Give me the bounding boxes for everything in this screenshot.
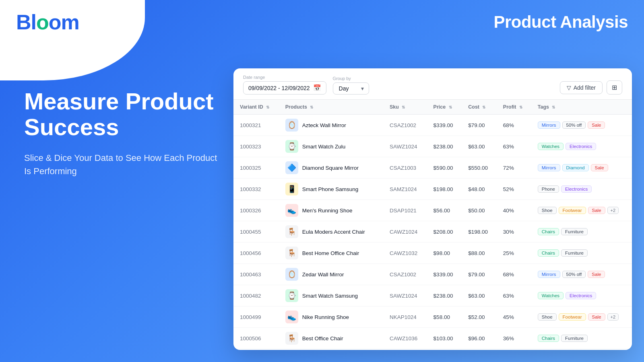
products-table: Variant ID ⇅ Products ⇅ Sku ⇅ Price ⇅ Co… <box>233 100 632 350</box>
product-thumbnail: ⌚ <box>285 140 298 153</box>
cell-sku: NKAP1024 <box>383 306 427 328</box>
logo: Bloom <box>16 12 79 33</box>
product-thumbnail: 🪞 <box>285 268 298 281</box>
toolbar: Date range 09/09/2022 - 12/09/2022 📅 Gro… <box>233 68 632 100</box>
product-name: Eula Moders Accent Chair <box>302 229 365 235</box>
tag: Diamond <box>562 164 589 171</box>
toolbar-right: ▽ Add filter ⊞ <box>560 80 622 95</box>
product-thumbnail: 🔷 <box>285 161 298 174</box>
hero-headline: Measure Product Success <box>24 88 217 140</box>
table-row: 1000506 🪑 Best Office Chair CAWZ1036$103… <box>233 328 632 349</box>
cell-variant-id: 1000326 <box>233 200 279 221</box>
tag: Watches <box>538 292 564 299</box>
tag: Chairs <box>538 249 559 257</box>
cell-profit: 40% <box>497 200 531 221</box>
tag: Mirrors <box>538 121 560 129</box>
calendar-icon: 📅 <box>313 84 321 92</box>
tag: Sale <box>591 164 608 171</box>
cell-sku: CSAZ1003 <box>383 157 427 179</box>
columns-button[interactable]: ⊞ <box>607 80 622 95</box>
cell-tags: MirrorsDiamondSale <box>531 157 632 179</box>
tag-more[interactable]: +2 <box>607 313 619 321</box>
col-profit[interactable]: Profit ⇅ <box>497 100 531 115</box>
tag-more[interactable]: +2 <box>607 207 619 214</box>
table-row: 1000332 📱 Smart Phone Samsung SAMZ1024$1… <box>233 179 632 200</box>
cell-price: $56.00 <box>427 200 462 221</box>
cell-sku: CAWZ1036 <box>383 328 427 349</box>
tag: 50% off <box>562 121 586 129</box>
cell-product: 👟 Nike Running Shoe <box>279 306 383 328</box>
tag: Footwear <box>559 207 586 214</box>
cell-variant-id: 1000323 <box>233 136 279 157</box>
page-title: Product Analysis <box>493 12 628 32</box>
table-row: 1000325 🔷 Diamond Square Mirror CSAZ1003… <box>233 157 632 179</box>
cell-profit: 68% <box>497 264 531 285</box>
product-name: Men's Running Shoe <box>302 208 353 214</box>
cell-variant-id: 1000499 <box>233 306 279 328</box>
cell-variant-id: 1000482 <box>233 285 279 306</box>
col-cost[interactable]: Cost ⇅ <box>462 100 497 115</box>
product-name: Smart Phone Samsung <box>302 186 359 192</box>
filter-icon: ▽ <box>567 84 571 91</box>
table-header-row: Variant ID ⇅ Products ⇅ Sku ⇅ Price ⇅ Co… <box>233 100 632 115</box>
cell-price: $198.00 <box>427 179 462 200</box>
product-name: Smart Watch Zulu <box>302 144 346 150</box>
tag: Shoe <box>538 207 557 214</box>
cell-profit: 52% <box>497 179 531 200</box>
cell-cost: $79.00 <box>462 264 497 285</box>
cell-cost: $88.00 <box>462 243 497 264</box>
cell-cost: $79.00 <box>462 115 497 136</box>
cell-tags: ChairsFurniture <box>531 221 632 243</box>
cell-product: ⌚ Smart Watch Zulu <box>279 136 383 157</box>
col-tags[interactable]: Tags ⇅ <box>531 100 632 115</box>
cell-price: $58.00 <box>427 306 462 328</box>
cell-sku: CAWZ1024 <box>383 221 427 243</box>
add-filter-label: Add filter <box>574 84 596 91</box>
product-thumbnail: 👟 <box>285 311 298 323</box>
cell-sku: CSAZ1002 <box>383 264 427 285</box>
group-by-group: Group by Day ▾ <box>333 76 369 95</box>
cell-product: 👟 Men's Running Shoe <box>279 200 383 221</box>
product-name: Best Home Office Chair <box>302 250 359 256</box>
cell-profit: 45% <box>497 306 531 328</box>
table-row: 1000528 💻 Apple Macbook Pro CAMZ1082$989… <box>233 349 632 350</box>
cell-tags: PhoneElectronics <box>531 179 632 200</box>
add-filter-button[interactable]: ▽ Add filter <box>560 81 603 94</box>
cell-cost: $198.00 <box>462 221 497 243</box>
tag: Chairs <box>538 228 559 235</box>
cell-variant-id: 1000528 <box>233 349 279 350</box>
cell-cost: $50.00 <box>462 200 497 221</box>
cell-product: 🪞 Zedar Wall Mirror <box>279 264 383 285</box>
cell-cost: $52.00 <box>462 306 497 328</box>
cell-price: $238.00 <box>427 285 462 306</box>
tag: Electronics <box>561 185 592 193</box>
col-sku[interactable]: Sku ⇅ <box>383 100 427 115</box>
cell-profit: 30% <box>497 221 531 243</box>
cell-sku: SAWZ1024 <box>383 136 427 157</box>
cell-sku: SAWZ1024 <box>383 285 427 306</box>
cell-price: $103.00 <box>427 328 462 349</box>
product-thumbnail: 👟 <box>285 204 298 217</box>
table-row: 1000463 🪞 Zedar Wall Mirror CSAZ1002$339… <box>233 264 632 285</box>
cell-profit: 63% <box>497 285 531 306</box>
tag: Electronics <box>566 292 596 299</box>
cell-product: 📱 Smart Phone Samsung <box>279 179 383 200</box>
tag: Electronics <box>566 143 596 150</box>
group-by-control[interactable]: Day ▾ <box>333 82 369 95</box>
col-price[interactable]: Price ⇅ <box>427 100 462 115</box>
cell-variant-id: 1000455 <box>233 221 279 243</box>
page-title-area: Product Analysis <box>493 12 628 32</box>
cell-variant-id: 1000456 <box>233 243 279 264</box>
cell-product: 🪑 Eula Moders Accent Chair <box>279 221 383 243</box>
hero-content: Measure Product Success Slice & Dice You… <box>24 88 217 178</box>
cell-tags: ChairsFurniture <box>531 243 632 264</box>
tag: Shoe <box>538 313 557 321</box>
col-products[interactable]: Products ⇅ <box>279 100 383 115</box>
cell-cost: $550.00 <box>462 157 497 179</box>
date-range-control[interactable]: 09/09/2022 - 12/09/2022 📅 <box>243 81 326 95</box>
col-variant-id[interactable]: Variant ID ⇅ <box>233 100 279 115</box>
product-thumbnail: ⌚ <box>285 289 298 302</box>
table-container: Variant ID ⇅ Products ⇅ Sku ⇅ Price ⇅ Co… <box>233 100 632 350</box>
cell-profit: 25% <box>497 243 531 264</box>
cell-sku: CSAZ1002 <box>383 115 427 136</box>
